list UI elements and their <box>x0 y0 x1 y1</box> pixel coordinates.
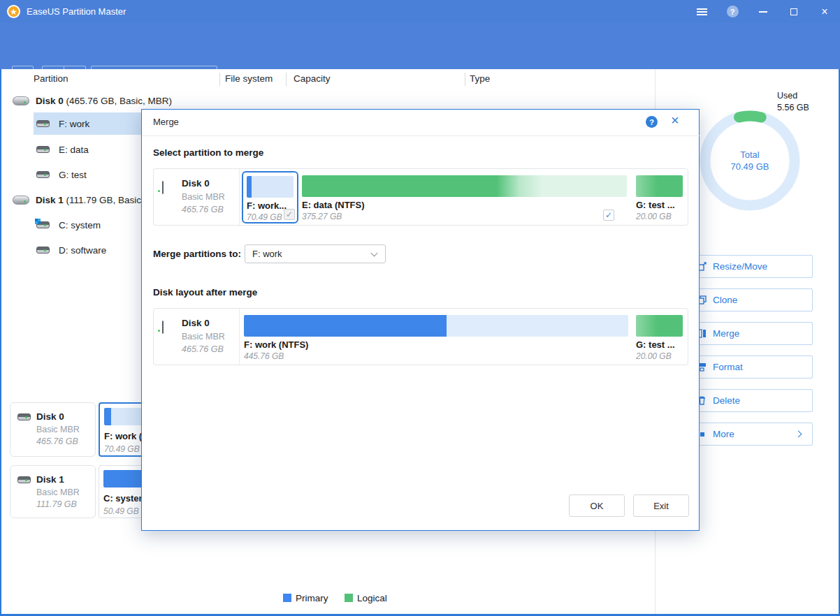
partition-bar <box>244 315 628 337</box>
disk-name: Disk 0 <box>182 178 210 189</box>
tree-item-d-software[interactable]: D: software <box>36 239 106 261</box>
disk-name: Disk 0 <box>36 96 64 106</box>
legend-logical-swatch <box>345 594 353 602</box>
minimize-button[interactable] <box>748 0 779 23</box>
partition-cell-f-work[interactable]: F: work... 70.49 GB ✓ <box>242 171 298 223</box>
partition-select-box: Disk 0 Basic MBR 465.76 GB F: work... 70… <box>153 168 688 226</box>
select-partition-heading: Select partition to merge <box>153 147 263 158</box>
partition-bar <box>247 176 294 198</box>
disk-name: Disk 1 <box>36 195 64 205</box>
titlebar: ★ EaseUS Partition Master ? × <box>0 0 840 23</box>
disk-icon <box>17 476 31 483</box>
merge-action-button[interactable]: Merge <box>690 322 813 345</box>
tree-item-g-test[interactable]: G: test <box>36 163 87 186</box>
partition-label: G: test ... <box>636 200 675 210</box>
app-title: EaseUS Partition Master <box>27 6 126 17</box>
windows-badge-icon <box>35 219 41 224</box>
disk-type: Basic MBR <box>36 425 80 434</box>
column-header-capacity[interactable]: Capacity <box>294 73 331 84</box>
dialog-help-button[interactable]: ? <box>646 116 658 128</box>
disk-size: 465.76 GB <box>36 437 80 446</box>
format-action-button[interactable]: Format <box>690 355 813 379</box>
tree-item-e-data[interactable]: E: data <box>36 138 89 161</box>
legend-primary-label: Primary <box>296 593 328 603</box>
toolbar: No operations pending Migrate OS Clone P… <box>0 23 840 69</box>
partition-checkbox-checked[interactable]: ✓ <box>603 210 614 221</box>
system-partition-icon <box>36 221 50 228</box>
disk-detail: (465.76 GB, Basic, MBR) <box>66 96 173 106</box>
disk-icon <box>17 413 31 420</box>
merge-action-label: Merge <box>713 328 739 339</box>
disk-icon <box>162 321 164 334</box>
legend-primary-swatch <box>283 594 291 602</box>
disk-layout-heading: Disk layout after merge <box>153 287 257 298</box>
delete-action-label: Delete <box>713 395 740 406</box>
partition-size: 375.27 GB <box>302 212 342 221</box>
partition-label: F: work... <box>247 200 287 211</box>
merge-to-label: Merge partitions to: <box>153 249 241 259</box>
maximize-icon <box>790 8 797 15</box>
menu-button[interactable] <box>686 0 717 23</box>
merge-to-dropdown[interactable]: F: work <box>245 244 386 263</box>
partition-size: 445.76 GB <box>244 351 284 361</box>
partition-checkbox-checked-disabled[interactable]: ✓ <box>284 209 295 220</box>
donut-center-text: Total 70.49 GB <box>708 149 792 173</box>
merge-dialog: Merge ? × Select partition to merge Disk… <box>141 109 700 531</box>
help-button[interactable]: ? <box>717 0 748 23</box>
close-icon: × <box>821 6 827 18</box>
donut-used-label: Used <box>777 91 797 101</box>
help-icon: ? <box>727 6 739 17</box>
dialog-close-button[interactable]: × <box>671 112 679 129</box>
more-action-label: More <box>713 429 734 439</box>
partition-label: C: system <box>59 220 101 230</box>
disk-size: 111.79 GB <box>36 499 80 509</box>
partition-label: F: work <box>59 119 89 129</box>
disk-size: 465.76 GB <box>182 344 224 354</box>
partition-bar <box>302 175 627 197</box>
chevron-right-icon <box>795 431 802 438</box>
more-action-button[interactable]: More <box>690 423 813 446</box>
dialog-title: Merge <box>153 117 179 127</box>
partition-label: D: software <box>59 245 106 256</box>
column-divider[interactable] <box>465 73 465 86</box>
exit-button[interactable]: Exit <box>633 494 689 517</box>
disk-name: Disk 1 <box>36 474 80 485</box>
partition-label: E: data (NTFS) <box>302 200 365 210</box>
donut-total-value: 70.49 GB <box>708 161 792 173</box>
legend-logical-label: Logical <box>357 593 387 603</box>
partition-icon <box>36 120 50 127</box>
resize-move-button[interactable]: Resize/Move <box>690 255 813 278</box>
partition-size: 70.49 GB <box>247 212 282 222</box>
clone-action-label: Clone <box>713 295 737 305</box>
partition-size: 20.00 GB <box>636 212 672 221</box>
chevron-down-icon <box>371 250 378 257</box>
partition-size: 20.00 GB <box>636 351 672 361</box>
close-button[interactable]: × <box>809 0 840 23</box>
tree-disk-0[interactable]: Disk 0 (465.76 GB, Basic, MBR) <box>13 91 172 110</box>
tree-item-c-system[interactable]: C: system <box>36 214 101 236</box>
partition-icon <box>36 171 50 178</box>
partition-label: F: work (NTFS) <box>244 339 308 350</box>
partition-icon <box>36 146 50 153</box>
partition-bar <box>636 315 683 337</box>
disk-name: Disk 0 <box>182 318 210 328</box>
bottom-disk-1-card[interactable]: Disk 1 Basic MBR 111.79 GB <box>10 465 96 518</box>
window-controls: ? × <box>686 0 840 23</box>
delete-action-button[interactable]: Delete <box>690 389 813 412</box>
maximize-button[interactable] <box>779 0 809 23</box>
column-header-filesystem[interactable]: File system <box>225 73 273 84</box>
partition-label: E: data <box>59 145 89 155</box>
bottom-disk-0-card[interactable]: Disk 0 Basic MBR 465.76 GB <box>10 402 96 457</box>
disk-name: Disk 0 <box>36 411 80 422</box>
column-header-partition[interactable]: Partition <box>34 73 68 84</box>
partition-icon <box>36 247 50 254</box>
column-divider[interactable] <box>219 73 220 86</box>
clone-action-button[interactable]: Clone <box>690 288 813 311</box>
ok-button[interactable]: OK <box>569 494 625 517</box>
partition-label: G: test ... <box>636 339 675 350</box>
column-header-type[interactable]: Type <box>470 73 490 84</box>
partition-label: G: test <box>59 170 87 180</box>
disk-size: 465.76 GB <box>182 205 224 214</box>
column-divider[interactable] <box>286 73 287 86</box>
minimize-icon <box>759 11 767 13</box>
